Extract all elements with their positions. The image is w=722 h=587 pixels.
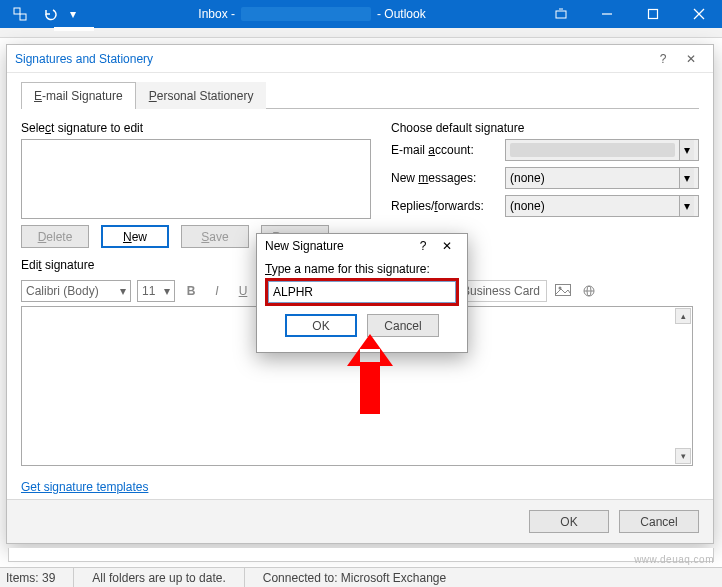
svg-rect-4 <box>649 10 658 19</box>
signature-name-highlight <box>265 278 459 306</box>
tab-personal-stationery[interactable]: Personal Stationery <box>136 82 267 109</box>
undo-icon[interactable] <box>36 0 64 28</box>
signature-name-input[interactable] <box>268 281 456 303</box>
tab-strip: E-mail Signature Personal Stationery <box>21 81 699 109</box>
new-signature-modal: New Signature ? ✕ Type a name for this s… <box>256 233 468 353</box>
tab-stationery-label: ersonal Stationery <box>157 89 254 103</box>
email-account-select[interactable]: ▾ <box>505 139 699 161</box>
dialog-ok-button[interactable]: OK <box>529 510 609 533</box>
chevron-down-icon: ▾ <box>120 284 126 298</box>
status-connected: Connected to: Microsoft Exchange <box>263 571 446 585</box>
ribbon-area <box>0 28 722 38</box>
email-account-label: E-mail account: <box>391 143 499 157</box>
insert-picture-icon[interactable] <box>553 281 573 301</box>
font-size-value: 11 <box>142 284 155 298</box>
choose-default-label: Choose default signature <box>391 119 699 139</box>
title-appname: - Outlook <box>377 7 426 21</box>
insert-link-icon[interactable] <box>579 281 599 301</box>
save-button[interactable]: Save <box>181 225 249 248</box>
font-select[interactable]: Calibri (Body)▾ <box>21 280 131 302</box>
font-size-select[interactable]: 11▾ <box>137 280 175 302</box>
modal-close-icon[interactable]: ✕ <box>435 239 459 253</box>
dialog-title: Signatures and Stationery <box>15 52 153 66</box>
ribbon-options-icon[interactable] <box>538 0 584 28</box>
scroll-up-icon[interactable]: ▴ <box>675 308 691 324</box>
modal-label: Type a name for this signature: <box>265 262 459 276</box>
replies-forwards-value: (none) <box>510 199 545 213</box>
chevron-down-icon: ▾ <box>164 284 170 298</box>
watermark: www.deuaq.com <box>634 554 714 565</box>
signature-listbox[interactable] <box>21 139 371 219</box>
title-inbox: Inbox - <box>198 7 235 21</box>
new-messages-label: New messages: <box>391 171 499 185</box>
modal-title: New Signature <box>265 239 344 253</box>
underline-button[interactable]: U <box>233 281 253 301</box>
svg-rect-2 <box>556 11 566 18</box>
modal-help-icon[interactable]: ? <box>411 239 435 253</box>
get-templates-link[interactable]: Get signature templates <box>21 480 148 494</box>
svg-rect-0 <box>14 8 20 14</box>
dialog-close-icon[interactable]: ✕ <box>677 52 705 66</box>
chevron-down-icon: ▾ <box>679 196 694 216</box>
chevron-down-icon: ▾ <box>679 168 694 188</box>
new-button[interactable]: New <box>101 225 169 248</box>
minimize-button[interactable] <box>584 0 630 28</box>
quick-access-icon[interactable] <box>6 0 34 28</box>
modal-ok-button[interactable]: OK <box>285 314 357 337</box>
delete-button[interactable]: Delete <box>21 225 89 248</box>
dialog-help-icon[interactable]: ? <box>649 52 677 66</box>
new-messages-select[interactable]: (none)▾ <box>505 167 699 189</box>
svg-rect-1 <box>20 14 26 20</box>
chevron-down-icon: ▾ <box>679 140 694 160</box>
close-button[interactable] <box>676 0 722 28</box>
bold-button[interactable]: B <box>181 281 201 301</box>
background-frame <box>8 548 714 562</box>
font-value: Calibri (Body) <box>26 284 99 298</box>
new-messages-value: (none) <box>510 171 545 185</box>
replies-forwards-label: Replies/forwards: <box>391 199 499 213</box>
maximize-button[interactable] <box>630 0 676 28</box>
replies-forwards-select[interactable]: (none)▾ <box>505 195 699 217</box>
title-account-masked <box>241 7 371 21</box>
dialog-cancel-button[interactable]: Cancel <box>619 510 699 533</box>
business-card-label: Business Card <box>462 284 540 298</box>
quick-access-more-icon[interactable]: ▾ <box>66 0 80 28</box>
tab-email-label: -mail Signature <box>42 89 123 103</box>
app-title-bar: ▾ Inbox - - Outlook <box>0 0 722 28</box>
status-bar: Items: 39 All folders are up to date. Co… <box>0 567 722 587</box>
tab-email-signature[interactable]: E-mail Signature <box>21 82 136 109</box>
italic-button[interactable]: I <box>207 281 227 301</box>
status-folders: All folders are up to date. <box>92 571 225 585</box>
status-items: Items: 39 <box>6 571 55 585</box>
modal-cancel-button[interactable]: Cancel <box>367 314 439 337</box>
select-signature-label: Select signature to edit <box>21 119 371 139</box>
scroll-down-icon[interactable]: ▾ <box>675 448 691 464</box>
